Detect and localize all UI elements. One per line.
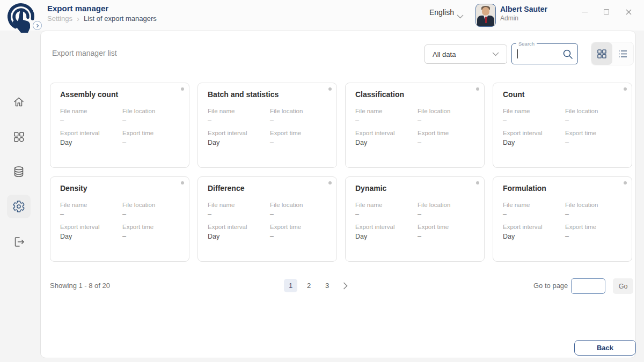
field-label: File location [122,202,181,208]
pagination-summary: Showing 1 - 8 of 20 [50,282,110,290]
sidebar: KERN [0,31,38,362]
list-view-icon [618,49,628,59]
field-value: Day [208,139,270,146]
card-formulation[interactable]: Formulation File name – File location – … [493,176,632,262]
field-value: – [565,139,624,146]
search-field: Search [511,43,578,64]
field-value: – [503,117,565,124]
card-fields: File name – File location – Export inter… [208,106,329,150]
chevron-right-icon [343,282,348,290]
field-value: – [418,139,477,146]
breadcrumb-separator-icon: › [77,15,79,22]
card-fields: File name – File location – Export inter… [60,200,181,243]
field-value: – [270,211,329,218]
field-value: – [122,139,181,146]
window-minimize-button[interactable] [581,8,588,16]
field-label: File name [355,202,418,208]
card-batch-and-statistics[interactable]: Batch and statistics File name – File lo… [197,83,337,168]
window-controls [581,8,632,16]
go-button[interactable]: Go [613,278,633,294]
list-view-button[interactable] [612,42,633,65]
status-dot-icon [476,181,479,184]
field-label: Export interval [355,130,418,136]
field-label: File location [418,108,477,114]
status-dot-icon [328,181,332,184]
field-label: Export interval [503,224,565,230]
breadcrumb-current: List of export managers [84,14,157,23]
page-button-3[interactable]: 3 [320,279,334,292]
field-value: – [60,211,122,218]
search-input[interactable] [516,46,561,61]
sidebar-item-logout[interactable] [12,235,25,248]
field-value: – [418,233,477,240]
close-icon [626,9,632,15]
card-count[interactable]: Count File name – File location – Export… [493,83,632,168]
grid-view-icon [597,49,607,59]
card-assembly-count[interactable]: Assembly count File name – File location… [50,83,189,168]
card-title: Batch and statistics [208,90,279,99]
database-icon [12,165,25,178]
field-label: Export interval [60,130,122,136]
back-button[interactable]: Back [574,340,636,356]
card-classification[interactable]: Classification File name – File location… [345,83,485,168]
field-label: Export time [270,130,329,136]
card-title: Difference [208,184,244,193]
text-caret [517,49,518,58]
field-label: Export time [418,130,477,136]
page-button-1[interactable]: 1 [284,279,297,292]
sidebar-item-database[interactable] [12,165,25,178]
card-density[interactable]: Density File name – File location – Expo… [50,176,189,262]
sidebar-expand-button[interactable] [33,21,42,30]
gear-icon [12,200,25,213]
sidebar-item-settings[interactable] [12,200,25,213]
field-value: – [418,211,477,218]
search-icon[interactable] [562,48,574,62]
card-difference[interactable]: Difference File name – File location – E… [197,176,337,262]
page-title: Export manager [47,4,108,13]
sidebar-item-home[interactable] [12,95,25,108]
window-maximize-button[interactable] [603,8,610,16]
card-title: Formulation [503,184,546,193]
field-label: Export interval [355,224,418,230]
field-value: – [208,117,270,124]
breadcrumb-parent[interactable]: Settings [47,14,72,23]
field-value: Day [503,139,565,146]
field-value: – [270,139,329,146]
main-panel: Export manager list All data Search [40,31,636,358]
user-avatar[interactable] [475,4,496,27]
language-selector[interactable]: English [429,8,454,17]
field-label: Export time [122,130,181,136]
logout-icon [12,235,25,248]
field-label: File name [503,202,565,208]
field-label: Export interval [208,224,270,230]
data-filter-select[interactable]: All data [425,45,507,64]
avatar-face [482,7,489,16]
field-label: File location [565,202,624,208]
field-value: Day [60,233,122,240]
grid-view-button[interactable] [591,42,612,65]
window-close-button[interactable] [625,8,632,16]
field-label: Export time [565,130,624,136]
field-value: Day [503,233,565,240]
next-page-button[interactable] [339,279,352,292]
goto-page-input[interactable] [571,278,605,294]
sidebar-item-apps[interactable] [12,130,25,143]
card-fields: File name – File location – Export inter… [60,106,181,150]
field-label: File name [60,202,122,208]
data-filter-value: All data [433,50,456,58]
chevron-down-icon[interactable] [457,11,464,21]
field-label: Export time [122,224,181,230]
pagination: 1 2 3 [284,279,352,292]
card-dynamic[interactable]: Dynamic File name – File location – Expo… [345,176,485,262]
field-label: File location [122,108,181,114]
status-dot-icon [624,87,627,91]
app-touch-logo [3,1,35,33]
field-label: File location [565,108,624,114]
avatar-tie [485,17,487,23]
card-fields: File name – File location – Export inter… [208,200,329,243]
goto-page-label: Go to page [533,282,568,290]
page-button-2[interactable]: 2 [302,279,316,292]
field-value: – [418,117,477,124]
status-dot-icon [181,87,184,91]
field-value: Day [355,139,418,146]
